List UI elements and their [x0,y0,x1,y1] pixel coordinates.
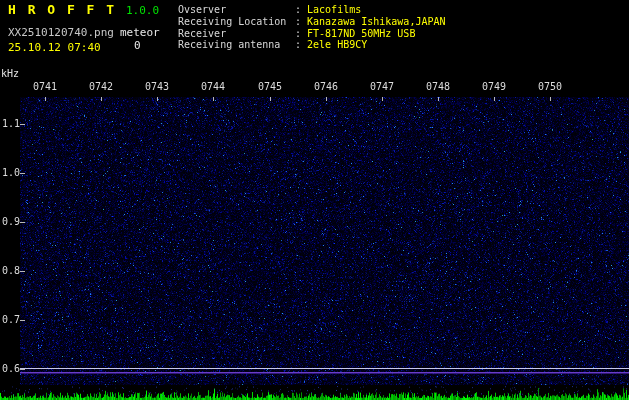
info-row: Receiving Location:Kanazawa Ishikawa,JAP… [178,16,446,28]
x-tick-mark [213,97,214,101]
info-value: Kanazawa Ishikawa,JAPAN [301,16,445,27]
y-tick-mark [20,369,25,370]
info-label: Receiver [178,28,295,39]
station-info: Ovserver:Lacofilms Receiving Location:Ka… [178,4,446,51]
x-tick-mark [101,97,102,101]
y-tick-label: 0.9 [2,216,20,227]
app-version: 1.0.0 [126,4,159,17]
x-tick-label: 0749 [482,81,506,92]
x-tick-mark [326,97,327,101]
x-tick-mark [438,97,439,101]
y-tick-mark [20,173,25,174]
app-title: H R O F F T [8,2,116,17]
x-tick-label: 0747 [370,81,394,92]
y-tick-mark [20,320,25,321]
y-tick-mark [20,222,25,223]
info-row: Receiving antenna:2ele HB9CY [178,39,446,51]
x-tick-mark [270,97,271,101]
x-tick-mark [494,97,495,101]
x-tick-label: 0748 [426,81,450,92]
y-tick-mark [20,124,25,125]
info-value: FT-817ND 50MHz USB [301,28,415,39]
y-tick-label: 0.8 [2,265,20,276]
y-tick-label: 0.7 [2,314,20,325]
x-tick-mark [550,97,551,101]
x-tick-label: 0743 [145,81,169,92]
mode-label: meteor [120,26,160,39]
x-tick-label: 0745 [258,81,282,92]
output-filename: XX2510120740.png [8,26,114,39]
x-tick-mark [382,97,383,101]
y-tick-label: 0.6 [2,363,20,374]
x-tick-label: 0744 [201,81,225,92]
info-label: Receiving antenna [178,39,295,50]
info-row: Ovserver:Lacofilms [178,4,446,16]
y-tick-label: 1.0 [2,167,20,178]
x-tick-mark [45,97,46,101]
info-value: Lacofilms [301,4,361,15]
x-tick-label: 0742 [89,81,113,92]
meteor-count: 0 [134,39,141,52]
x-tick-label: 0746 [314,81,338,92]
x-tick-mark [157,97,158,101]
y-axis-unit-label: kHz [1,68,19,79]
x-tick-label: 0750 [538,81,562,92]
info-value: 2ele HB9CY [301,39,367,50]
spectrogram-canvas [0,0,629,400]
timestamp: 25.10.12 07:40 [8,41,101,54]
x-tick-label: 0741 [33,81,57,92]
info-label: Ovserver [178,4,295,15]
info-row: Receiver:FT-817ND 50MHz USB [178,28,446,40]
hrofft-app-window: H R O F F T 1.0.0 XX2510120740.png meteo… [0,0,629,400]
y-tick-mark [20,271,25,272]
info-label: Receiving Location [178,16,295,27]
y-tick-label: 1.1 [2,118,20,129]
